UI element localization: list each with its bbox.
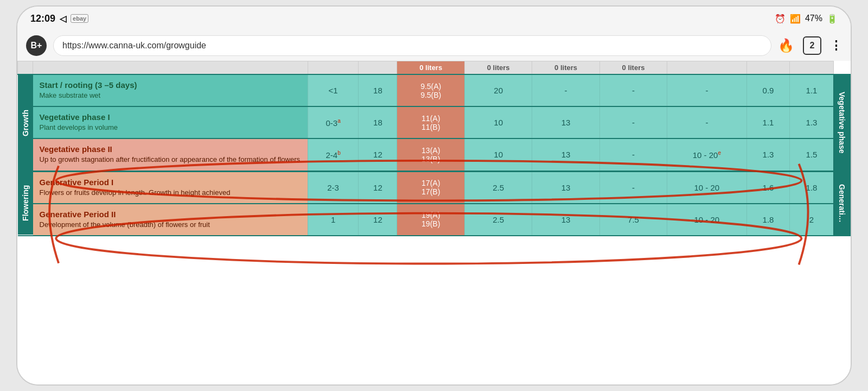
data-cell: 13	[532, 106, 599, 138]
phone-shell: 12:09 ◁ ebay ⏰ 📶 47% 🔋 B+ https://www.ca…	[16, 5, 852, 386]
data-cell: 12	[359, 204, 397, 236]
data-cell: 19(A)19(B)	[397, 204, 464, 236]
flame-icon[interactable]: 🔥	[778, 38, 794, 53]
phase-desc-gen2: Development of the volume (breadth) of f…	[40, 220, 301, 230]
phase-name-veg2: Vegetative phase II	[40, 144, 301, 154]
phase-cell-veg2: Vegetative phase II Up to growth stagnat…	[33, 138, 308, 171]
more-options-icon[interactable]: ⋮	[830, 39, 842, 53]
data-cell: 20	[464, 74, 532, 106]
phase-cell-gen2: Generative Period II Development of the …	[33, 204, 308, 236]
data-cell: 13	[532, 138, 599, 171]
phase-cell-gen1: Generative Period I Flowers or fruits de…	[33, 171, 308, 204]
data-cell: 10	[464, 138, 532, 171]
data-cell: -	[532, 74, 599, 106]
ebay-badge: ebay	[71, 14, 88, 23]
data-cell: 2	[790, 204, 833, 236]
location-icon: ◁	[60, 14, 66, 24]
table-row: Vegetative phase II Up to growth stagnat…	[18, 138, 851, 171]
data-cell: -	[599, 171, 667, 204]
header-col5: 0 liters	[532, 61, 599, 75]
data-cell: 2-3	[308, 171, 358, 204]
status-right: ⏰ 📶 47% 🔋	[775, 14, 838, 24]
data-cell: 12	[359, 138, 397, 171]
header-phase	[33, 61, 308, 75]
status-left: 12:09 ◁ ebay	[30, 13, 88, 24]
phase-name-veg1: Vegetative phase I	[40, 112, 301, 122]
table-row: Growth Start / rooting (3 –5 days) Make …	[18, 74, 851, 106]
data-cell: 10 - 20	[667, 204, 746, 236]
header-col8	[746, 61, 790, 75]
grow-table: 0 liters 0 liters 0 liters 0 liters Grow…	[17, 61, 851, 236]
browser-logo: B+	[26, 35, 47, 56]
data-cell: 11(A)11(B)	[397, 106, 464, 138]
data-cell: 13	[532, 171, 599, 204]
right-label-generative: Generati…	[833, 171, 851, 236]
table-row: Vegetative phase I Plant develops in vol…	[18, 106, 851, 138]
header-col7	[667, 61, 746, 75]
status-bar: 12:09 ◁ ebay ⏰ 📶 47% 🔋	[17, 7, 851, 30]
phase-cell-veg1: Vegetative phase I Plant develops in vol…	[33, 106, 308, 138]
phase-name-gen2: Generative Period II	[40, 210, 301, 219]
data-cell: 12	[359, 171, 397, 204]
data-cell: 1.6	[746, 171, 790, 204]
wifi-icon: 📶	[790, 14, 801, 24]
header-col2	[359, 61, 397, 75]
header-right	[790, 61, 833, 75]
table-row: Generative Period II Development of the …	[18, 204, 851, 236]
table-row: Flowering Generative Period I Flowers or…	[18, 171, 851, 204]
data-cell: 17(A)17(B)	[397, 171, 464, 204]
data-cell: 2.5	[464, 171, 532, 204]
data-cell: 2-4b	[308, 138, 358, 171]
address-bar: B+ https://www.canna-uk.com/growguide 🔥 …	[17, 30, 851, 61]
data-cell: -	[667, 74, 746, 106]
content-area: 0 liters 0 liters 0 liters 0 liters Grow…	[17, 61, 851, 386]
battery-icon: 🔋	[827, 14, 838, 24]
data-cell: -	[599, 74, 667, 106]
data-cell: 9.5(A)9.5(B)	[397, 74, 464, 106]
data-cell: -	[667, 106, 746, 138]
group-label-growth: Growth	[18, 74, 33, 171]
group-label-flowering: Flowering	[18, 171, 33, 236]
data-cell: 18	[359, 106, 397, 138]
phase-cell-rooting: Start / rooting (3 –5 days) Make substra…	[33, 74, 308, 106]
time: 12:09	[30, 13, 55, 24]
phase-desc-rooting: Make substrate wet	[40, 91, 301, 100]
header-group	[18, 61, 33, 75]
data-cell: 1.1	[746, 106, 790, 138]
data-cell: 0.9	[746, 74, 790, 106]
phase-desc-gen1: Flowers or fruits develop in length. Gro…	[40, 188, 301, 198]
data-cell: 1.3	[790, 106, 833, 138]
data-cell: 10	[464, 106, 532, 138]
url-text: https://www.canna-uk.com/growguide	[62, 41, 206, 51]
data-cell: 1.3	[746, 138, 790, 171]
data-cell: <1	[308, 74, 358, 106]
data-cell: 0-3a	[308, 106, 358, 138]
tab-count-button[interactable]: 2	[803, 36, 821, 55]
data-cell: 2.5	[464, 204, 532, 236]
phase-name-rooting: Start / rooting (3 –5 days)	[40, 80, 301, 90]
data-cell: 1.1	[790, 74, 833, 106]
phase-name-gen1: Generative Period I	[40, 178, 301, 187]
data-cell: 1	[308, 204, 358, 236]
alarm-icon: ⏰	[775, 14, 786, 24]
header-col4: 0 liters	[464, 61, 532, 75]
data-cell: 1.5	[790, 138, 833, 171]
right-label-vegetative: Vegetative phase	[833, 74, 851, 171]
header-col1	[308, 61, 358, 75]
phase-desc-veg2: Up to growth stagnation after fructifica…	[40, 155, 301, 165]
data-cell: 7.5	[599, 204, 667, 236]
browser-actions: 🔥 2 ⋮	[778, 36, 842, 55]
battery-text: 47%	[805, 14, 822, 23]
phase-desc-veg1: Plant develops in volume	[40, 123, 301, 133]
data-cell: -	[599, 138, 667, 171]
table-wrapper: 0 liters 0 liters 0 liters 0 liters Grow…	[17, 61, 851, 386]
data-cell: 10 - 20e	[667, 138, 746, 171]
data-cell: 13	[532, 204, 599, 236]
data-cell: 18	[359, 74, 397, 106]
data-cell: 10 - 20	[667, 171, 746, 204]
data-cell: 1.8	[746, 204, 790, 236]
url-bar[interactable]: https://www.canna-uk.com/growguide	[53, 35, 771, 56]
header-col3: 0 liters	[397, 61, 464, 75]
header-col6: 0 liters	[599, 61, 667, 75]
data-cell: 13(A)13(B)	[397, 138, 464, 171]
